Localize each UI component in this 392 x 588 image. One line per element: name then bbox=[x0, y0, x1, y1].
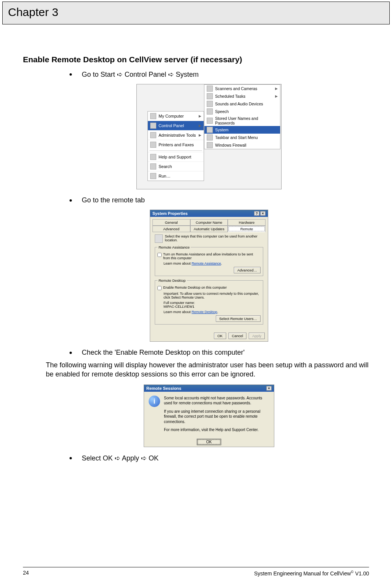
control-panel-icon bbox=[150, 123, 156, 129]
start-item-control-panel[interactable]: Control Panel▶ bbox=[148, 121, 204, 130]
chevron-right-icon: ▶ bbox=[275, 94, 278, 98]
ra-checkbox-label: Turn on Remote Assistance and allow invi… bbox=[163, 252, 261, 260]
speech-icon bbox=[207, 108, 213, 115]
ok-button[interactable]: OK bbox=[214, 333, 226, 339]
tab-general[interactable]: General bbox=[152, 219, 190, 226]
key-icon bbox=[207, 118, 213, 124]
remote-assistance-group: Remote Assistance Turn on Remote Assista… bbox=[155, 245, 263, 276]
run-icon bbox=[150, 173, 156, 179]
tab-remote[interactable]: Remote bbox=[228, 226, 266, 232]
rd-fullname-value: MIPAC-CELLVIEW1 bbox=[164, 305, 261, 309]
sound-icon bbox=[207, 101, 213, 107]
cp-item-sounds[interactable]: Sounds and Audio Devices bbox=[204, 100, 280, 108]
chevron-right-icon: ▶ bbox=[199, 133, 201, 137]
cp-item-system[interactable]: System bbox=[204, 126, 280, 134]
cp-item-speech[interactable]: Speech bbox=[204, 108, 280, 115]
figure-start-menu: My Computer▶ Control Panel▶ Administrati… bbox=[136, 84, 282, 189]
info-icon: i bbox=[149, 396, 160, 407]
ra-checkbox-row[interactable]: Turn on Remote Assistance and allow invi… bbox=[157, 252, 261, 260]
cp-item-scanners[interactable]: Scanners and Cameras▶ bbox=[204, 85, 280, 92]
rd-select-users-button[interactable]: Select Remote Users… bbox=[216, 315, 261, 322]
chevron-right-icon: ▶ bbox=[275, 87, 278, 90]
start-item-run[interactable]: Run… bbox=[148, 171, 204, 181]
ra-advanced-button[interactable]: Advanced… bbox=[234, 267, 261, 273]
bullet-check-enable: Check the 'Enable Remote Desktop on this… bbox=[67, 349, 369, 357]
rd-legend: Remote Desktop bbox=[157, 278, 187, 283]
bullet-remote-tab: Go to the remote tab bbox=[67, 196, 369, 204]
page-content: Enable Remote Desktop on CellView server… bbox=[0, 24, 392, 462]
bullet-select-ok: Select OK ➪ Apply ➪ OK bbox=[67, 454, 369, 462]
rd-checkbox[interactable] bbox=[157, 286, 162, 290]
figure-remote-sessions-warning: Remote Sessions × i Some local accounts … bbox=[144, 384, 274, 447]
cp-item-stored[interactable]: Stored User Names and Passwords bbox=[204, 115, 280, 126]
ra-learn-link[interactable]: Remote Assistance bbox=[192, 262, 221, 265]
tabs: General Computer Name Hardware Advanced … bbox=[150, 217, 268, 232]
ra-learn-prefix: Learn more about bbox=[164, 262, 192, 265]
warn-msg-2: If you are using internet connection sha… bbox=[164, 409, 269, 425]
ra-legend: Remote Assistance bbox=[157, 245, 191, 249]
ok-button[interactable]: OK bbox=[197, 439, 221, 445]
chevron-right-icon: ▶ bbox=[199, 124, 201, 128]
rd-learn-prefix: Learn more about bbox=[164, 310, 192, 314]
ra-checkbox[interactable] bbox=[157, 253, 162, 257]
start-item-my-computer[interactable]: My Computer▶ bbox=[148, 111, 204, 121]
firewall-icon bbox=[207, 142, 213, 148]
chapter-title: Chapter 3 bbox=[8, 6, 384, 19]
page-number: 24 bbox=[23, 570, 29, 577]
tab-computer-name[interactable]: Computer Name bbox=[190, 219, 228, 226]
start-menu-column: My Computer▶ Control Panel▶ Administrati… bbox=[147, 111, 204, 181]
help-icon bbox=[150, 154, 156, 160]
rd-checkbox-row[interactable]: Enable Remote Desktop on this computer bbox=[157, 286, 261, 290]
cancel-button[interactable]: Cancel bbox=[228, 333, 247, 339]
page-footer: 24 System Engineering Manual for CellVie… bbox=[23, 567, 369, 577]
warning-messages: Some local accounts might not have passw… bbox=[164, 396, 269, 436]
rd-learn-link[interactable]: Remote Desktop bbox=[192, 310, 217, 314]
help-button[interactable]: ? bbox=[254, 211, 259, 216]
tab-hardware[interactable]: Hardware bbox=[228, 219, 266, 226]
warn-msg-3: For more information, visit the Help and… bbox=[164, 427, 269, 433]
tab-advanced[interactable]: Advanced bbox=[152, 226, 190, 232]
dialog-title: Remote Sessions bbox=[146, 386, 181, 391]
figure-system-properties: System Properties ? × General Computer N… bbox=[150, 210, 268, 342]
control-panel-submenu: Scanners and Cameras▶ Scheduled Tasks▶ S… bbox=[204, 84, 280, 149]
system-icon bbox=[207, 127, 213, 133]
remote-panel: Select the ways that this computer can b… bbox=[152, 232, 266, 329]
dialog-titlebar: System Properties ? × bbox=[150, 210, 268, 217]
cp-item-firewall[interactable]: Windows Firewall bbox=[204, 141, 280, 149]
footer-doc-title: System Engineering Manual for CellView© … bbox=[254, 570, 369, 577]
warn-msg-1: Some local accounts might not have passw… bbox=[164, 396, 269, 406]
cp-item-taskbar[interactable]: Taskbar and Start Menu bbox=[204, 134, 280, 141]
admin-tools-icon bbox=[150, 132, 156, 138]
tab-auto-updates[interactable]: Automatic Updates bbox=[190, 226, 228, 232]
bullet-goto-start: Go to Start ➪ Control Panel ➪ System bbox=[67, 70, 369, 79]
scheduled-icon bbox=[207, 93, 213, 99]
start-item-search[interactable]: Search bbox=[148, 162, 204, 171]
search-icon bbox=[150, 163, 156, 170]
close-button[interactable]: × bbox=[266, 386, 272, 391]
close-button[interactable]: × bbox=[260, 211, 266, 216]
remote-desktop-group: Remote Desktop Enable Remote Desktop on … bbox=[155, 278, 263, 325]
cp-item-scheduled[interactable]: Scheduled Tasks▶ bbox=[204, 92, 280, 100]
computer-icon bbox=[150, 113, 156, 119]
scanner-icon bbox=[207, 86, 213, 92]
rd-important: Important: To allow users to connect rem… bbox=[164, 292, 261, 299]
chapter-header: Chapter 3 bbox=[2, 2, 390, 24]
start-item-printers[interactable]: Printers and Faxes bbox=[148, 140, 204, 149]
taskbar-icon bbox=[207, 134, 213, 141]
rd-checkbox-label: Enable Remote Desktop on this computer bbox=[163, 286, 227, 289]
rd-fullname-label: Full computer name: bbox=[164, 301, 261, 305]
section-heading: Enable Remote Desktop on CellView server… bbox=[23, 55, 369, 64]
remote-intro-icon bbox=[155, 234, 163, 243]
dialog-title: System Properties bbox=[152, 211, 188, 216]
dialog-titlebar: Remote Sessions × bbox=[144, 385, 274, 392]
start-item-help[interactable]: Help and Support bbox=[148, 152, 204, 162]
apply-button[interactable]: Apply bbox=[249, 333, 265, 339]
printer-icon bbox=[150, 142, 156, 148]
remote-intro-text: Select the ways that this computer can b… bbox=[165, 234, 263, 242]
warning-paragraph: The following warning will display howev… bbox=[46, 360, 369, 379]
chevron-right-icon: ▶ bbox=[199, 114, 201, 118]
start-item-admin-tools[interactable]: Administrative Tools▶ bbox=[148, 130, 204, 140]
